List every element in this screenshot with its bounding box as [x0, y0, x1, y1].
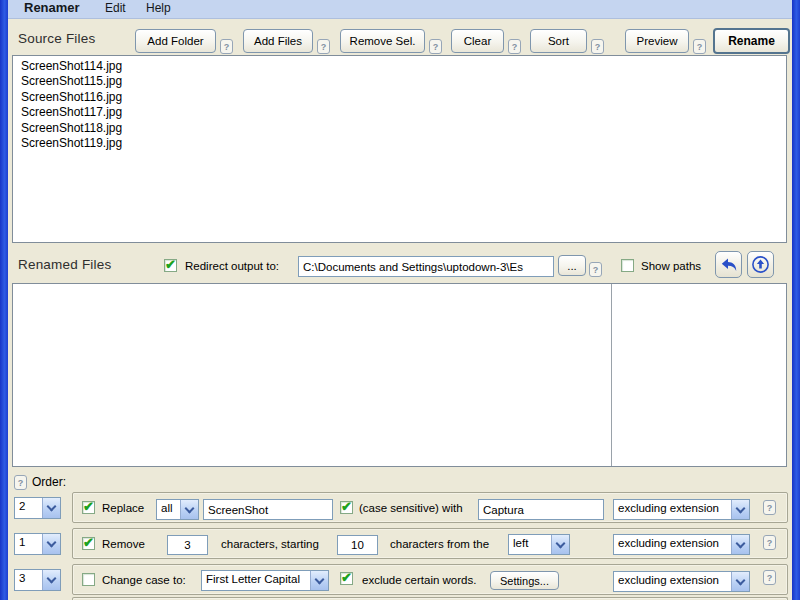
add-folder-button[interactable]: Add Folder	[135, 29, 216, 53]
replace-scope-select[interactable]: all	[156, 499, 199, 520]
order-value: 2	[15, 498, 42, 518]
add-files-help-button[interactable]: ?	[317, 39, 330, 54]
redirect-output-checkbox[interactable]	[164, 259, 177, 272]
remove-apply-to-select[interactable]: excluding extension	[613, 534, 750, 555]
side-value: left	[509, 535, 551, 554]
add-files-button[interactable]: Add Files	[243, 29, 313, 53]
source-files-title: Source Files	[18, 31, 95, 46]
apply-to-value: excluding extension	[614, 500, 731, 519]
list-item[interactable]: ScreenShot116.jpg	[13, 90, 786, 105]
show-paths-checkbox[interactable]	[621, 259, 634, 272]
show-paths-label: Show paths	[641, 260, 701, 272]
menu-edit[interactable]: Edit	[101, 0, 130, 18]
remove-side-select[interactable]: left	[508, 534, 570, 555]
window-border-right	[792, 0, 800, 600]
undo-rename-button[interactable]	[715, 251, 742, 278]
case-sensitive-label: (case sensitive) with	[359, 502, 463, 514]
chevron-down-icon	[731, 500, 749, 519]
browse-button[interactable]: ...	[558, 255, 586, 276]
window-border-left	[0, 0, 8, 600]
menu-help[interactable]: Help	[142, 0, 175, 18]
chevron-down-icon	[731, 535, 749, 554]
rule-replace-enable-checkbox[interactable]	[82, 501, 95, 514]
rule-case-action-label: Change case to:	[102, 574, 186, 586]
rule-case-help-button[interactable]: ?	[763, 570, 776, 585]
list-item[interactable]: ScreenShot119.jpg	[13, 136, 786, 151]
rule-remove-enable-checkbox[interactable]	[82, 537, 95, 550]
case-mode-value: First Letter Capital	[202, 571, 310, 590]
settings-button[interactable]: Settings...	[490, 571, 559, 590]
rule-replace-action-label: Replace	[102, 502, 144, 514]
preview-button[interactable]: Preview	[625, 29, 689, 53]
clear-help-button[interactable]: ?	[508, 39, 521, 54]
sort-help-button[interactable]: ?	[591, 39, 604, 54]
pane-divider	[611, 284, 612, 466]
add-folder-help-button[interactable]: ?	[220, 39, 233, 54]
rule-case-order-select[interactable]: 3	[14, 569, 61, 591]
browse-help-button[interactable]: ?	[589, 262, 602, 277]
circled-up-arrow-icon	[751, 255, 770, 274]
chevron-down-icon	[42, 570, 60, 590]
remove-mid2-label: characters from the	[390, 538, 489, 550]
order-value: 3	[15, 570, 42, 590]
rename-button[interactable]: Rename	[713, 28, 790, 54]
list-item[interactable]: ScreenShot118.jpg	[13, 121, 786, 136]
rule-remove-order-select[interactable]: 1	[14, 533, 61, 555]
replace-with-input[interactable]	[478, 499, 604, 520]
renamed-files-pane[interactable]	[12, 283, 787, 467]
redirect-output-label: Redirect output to:	[185, 260, 279, 272]
renamed-files-title: Renamed Files	[18, 257, 111, 272]
remove-count-input[interactable]	[167, 535, 208, 555]
chevron-down-icon	[310, 571, 328, 590]
case-mode-select[interactable]: First Letter Capital	[201, 570, 329, 591]
order-value: 1	[15, 534, 42, 554]
menu-renamer[interactable]: Renamer	[20, 0, 84, 18]
remove-selected-button[interactable]: Remove Sel.	[340, 29, 425, 53]
case-sensitive-checkbox[interactable]	[340, 501, 353, 514]
chevron-down-icon	[551, 535, 569, 554]
rule-remove-help-button[interactable]: ?	[763, 535, 776, 550]
apply-to-value: excluding extension	[614, 535, 731, 554]
chevron-down-icon	[731, 572, 749, 591]
sort-button[interactable]: Sort	[530, 29, 587, 53]
source-files-list[interactable]: ScreenShot114.jpg ScreenShot115.jpg Scre…	[12, 55, 787, 243]
remove-start-input[interactable]	[337, 535, 378, 555]
list-item[interactable]: ScreenShot115.jpg	[13, 74, 786, 89]
remove-selected-help-button[interactable]: ?	[429, 39, 442, 54]
rule-remove-action-label: Remove	[102, 538, 145, 550]
menu-bar: Renamer Edit Help	[8, 0, 792, 19]
chevron-down-icon	[180, 500, 198, 519]
order-help-button[interactable]: ?	[14, 475, 27, 490]
chevron-down-icon	[42, 534, 60, 554]
renamer-window: Renamer Edit Help Source Files Add Folde…	[0, 0, 800, 600]
move-up-button[interactable]	[747, 251, 774, 278]
rule-case-enable-checkbox[interactable]	[82, 573, 95, 586]
rule-replace-help-button[interactable]: ?	[763, 500, 776, 515]
scope-value: all	[157, 500, 180, 519]
exclude-words-label: exclude certain words.	[362, 574, 476, 586]
list-item[interactable]: ScreenShot117.jpg	[13, 105, 786, 120]
order-label: Order:	[32, 475, 66, 489]
rule-replace-order-select[interactable]: 2	[14, 497, 61, 519]
apply-to-value: excluding extension	[614, 572, 731, 591]
preview-help-button[interactable]: ?	[693, 39, 706, 54]
list-item[interactable]: ScreenShot114.jpg	[13, 59, 786, 74]
replace-apply-to-select[interactable]: excluding extension	[613, 499, 750, 520]
clear-button[interactable]: Clear	[451, 29, 504, 53]
exclude-words-checkbox[interactable]	[340, 572, 353, 585]
remove-mid1-label: characters, starting	[221, 538, 319, 550]
undo-arrow-icon	[720, 257, 738, 273]
redirect-path-input[interactable]	[298, 256, 554, 277]
case-apply-to-select[interactable]: excluding extension	[613, 571, 750, 592]
replace-find-input[interactable]	[203, 499, 333, 520]
chevron-down-icon	[42, 498, 60, 518]
